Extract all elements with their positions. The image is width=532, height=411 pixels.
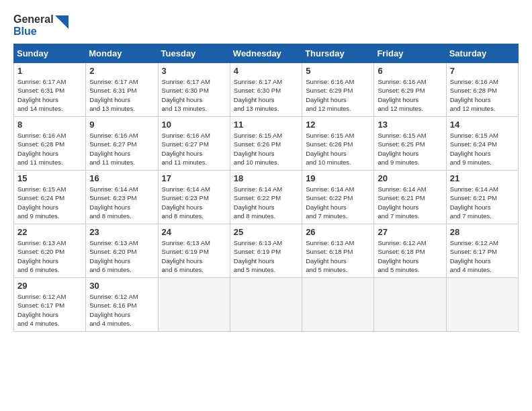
calendar-day-cell: 20 Sunrise: 6:14 AM Sunset: 6:21 PM Dayl… — [374, 171, 446, 224]
calendar-table: SundayMondayTuesdayWednesdayThursdayFrid… — [13, 44, 519, 332]
day-number: 17 — [162, 173, 226, 183]
day-number: 20 — [378, 173, 442, 183]
day-number: 11 — [234, 120, 298, 130]
day-info: Sunrise: 6:14 AM Sunset: 6:22 PM Dayligh… — [234, 185, 298, 220]
calendar-day-cell: 3 Sunrise: 6:17 AM Sunset: 6:30 PM Dayli… — [158, 63, 230, 117]
day-number: 1 — [17, 66, 82, 76]
day-number: 30 — [89, 281, 154, 291]
day-number: 18 — [234, 173, 298, 183]
day-info: Sunrise: 6:12 AM Sunset: 6:17 PM Dayligh… — [17, 292, 82, 328]
calendar-day-cell: 28 Sunrise: 6:12 AM Sunset: 6:17 PM Dayl… — [446, 224, 518, 278]
day-info: Sunrise: 6:16 AM Sunset: 6:28 PM Dayligh… — [450, 77, 515, 113]
day-info: Sunrise: 6:14 AM Sunset: 6:21 PM Dayligh… — [450, 185, 515, 220]
calendar-day-cell: 25 Sunrise: 6:13 AM Sunset: 6:19 PM Dayl… — [230, 224, 302, 278]
calendar-day-cell: 1 Sunrise: 6:17 AM Sunset: 6:31 PM Dayli… — [14, 63, 86, 117]
calendar-day-cell: 21 Sunrise: 6:14 AM Sunset: 6:21 PM Dayl… — [446, 171, 518, 224]
day-info: Sunrise: 6:13 AM Sunset: 6:19 PM Dayligh… — [234, 238, 298, 274]
day-info: Sunrise: 6:14 AM Sunset: 6:23 PM Dayligh… — [89, 185, 154, 220]
calendar-day-cell: 29 Sunrise: 6:12 AM Sunset: 6:17 PM Dayl… — [14, 278, 86, 332]
calendar-day-cell: 18 Sunrise: 6:14 AM Sunset: 6:22 PM Dayl… — [230, 171, 302, 224]
day-info: Sunrise: 6:17 AM Sunset: 6:31 PM Dayligh… — [17, 77, 82, 113]
day-info: Sunrise: 6:14 AM Sunset: 6:22 PM Dayligh… — [306, 185, 370, 220]
day-number: 16 — [89, 173, 154, 183]
day-info: Sunrise: 6:17 AM Sunset: 6:30 PM Dayligh… — [162, 77, 226, 113]
day-number: 9 — [89, 120, 154, 130]
day-info: Sunrise: 6:13 AM Sunset: 6:19 PM Dayligh… — [162, 238, 226, 274]
calendar-day-cell: 17 Sunrise: 6:14 AM Sunset: 6:23 PM Dayl… — [158, 171, 230, 224]
day-info: Sunrise: 6:12 AM Sunset: 6:16 PM Dayligh… — [89, 292, 154, 328]
calendar-day-cell: 5 Sunrise: 6:16 AM Sunset: 6:29 PM Dayli… — [302, 63, 374, 117]
day-info: Sunrise: 6:15 AM Sunset: 6:24 PM Dayligh… — [17, 185, 82, 220]
day-info: Sunrise: 6:15 AM Sunset: 6:26 PM Dayligh… — [234, 131, 298, 167]
calendar-day-cell: 10 Sunrise: 6:16 AM Sunset: 6:27 PM Dayl… — [158, 117, 230, 171]
day-info: Sunrise: 6:13 AM Sunset: 6:20 PM Dayligh… — [89, 238, 154, 274]
calendar-day-cell: 22 Sunrise: 6:13 AM Sunset: 6:20 PM Dayl… — [14, 224, 86, 278]
day-number: 8 — [17, 120, 82, 130]
calendar-day-cell: 14 Sunrise: 6:15 AM Sunset: 6:24 PM Dayl… — [446, 117, 518, 171]
calendar-week-row: 1 Sunrise: 6:17 AM Sunset: 6:31 PM Dayli… — [14, 63, 519, 117]
day-info: Sunrise: 6:17 AM Sunset: 6:30 PM Dayligh… — [234, 77, 298, 113]
calendar-day-cell: 9 Sunrise: 6:16 AM Sunset: 6:27 PM Dayli… — [86, 117, 158, 171]
day-info: Sunrise: 6:14 AM Sunset: 6:23 PM Dayligh… — [162, 185, 226, 220]
calendar-week-row: 22 Sunrise: 6:13 AM Sunset: 6:20 PM Dayl… — [14, 224, 519, 278]
day-number: 4 — [234, 66, 298, 76]
day-info: Sunrise: 6:16 AM Sunset: 6:27 PM Dayligh… — [89, 131, 154, 167]
calendar-day-cell — [158, 278, 230, 332]
day-info: Sunrise: 6:13 AM Sunset: 6:18 PM Dayligh… — [306, 238, 370, 274]
calendar-week-row: 8 Sunrise: 6:16 AM Sunset: 6:28 PM Dayli… — [14, 117, 519, 171]
day-number: 14 — [450, 120, 515, 130]
day-info: Sunrise: 6:12 AM Sunset: 6:17 PM Dayligh… — [450, 238, 515, 274]
day-number: 22 — [17, 227, 82, 237]
day-info: Sunrise: 6:16 AM Sunset: 6:29 PM Dayligh… — [378, 77, 442, 113]
calendar-day-cell: 8 Sunrise: 6:16 AM Sunset: 6:28 PM Dayli… — [14, 117, 86, 171]
day-number: 28 — [450, 227, 515, 237]
calendar-day-cell — [302, 278, 374, 332]
day-number: 13 — [378, 120, 442, 130]
day-info: Sunrise: 6:12 AM Sunset: 6:18 PM Dayligh… — [378, 238, 442, 274]
weekday-header: Monday — [86, 44, 158, 63]
day-info: Sunrise: 6:15 AM Sunset: 6:24 PM Dayligh… — [450, 131, 515, 167]
calendar-day-cell: 16 Sunrise: 6:14 AM Sunset: 6:23 PM Dayl… — [86, 171, 158, 224]
day-number: 5 — [306, 66, 370, 76]
day-number: 29 — [17, 281, 82, 291]
weekday-header: Thursday — [302, 44, 374, 63]
calendar-day-cell: 6 Sunrise: 6:16 AM Sunset: 6:29 PM Dayli… — [374, 63, 446, 117]
day-number: 19 — [306, 173, 370, 183]
day-number: 7 — [450, 66, 515, 76]
weekday-header: Sunday — [14, 44, 86, 63]
calendar-day-cell: 15 Sunrise: 6:15 AM Sunset: 6:24 PM Dayl… — [14, 171, 86, 224]
day-number: 6 — [378, 66, 442, 76]
logo-container: General Blue — [13, 13, 69, 37]
day-number: 27 — [378, 227, 442, 237]
calendar-day-cell — [446, 278, 518, 332]
day-info: Sunrise: 6:16 AM Sunset: 6:27 PM Dayligh… — [162, 131, 226, 167]
calendar-day-cell: 23 Sunrise: 6:13 AM Sunset: 6:20 PM Dayl… — [86, 224, 158, 278]
day-number: 25 — [234, 227, 298, 237]
day-number: 10 — [162, 120, 226, 130]
day-number: 23 — [89, 227, 154, 237]
calendar-week-row: 29 Sunrise: 6:12 AM Sunset: 6:17 PM Dayl… — [14, 278, 519, 332]
day-number: 12 — [306, 120, 370, 130]
calendar-day-cell: 4 Sunrise: 6:17 AM Sunset: 6:30 PM Dayli… — [230, 63, 302, 117]
svg-marker-0 — [55, 15, 69, 29]
calendar-day-cell: 24 Sunrise: 6:13 AM Sunset: 6:19 PM Dayl… — [158, 224, 230, 278]
calendar-week-row: 15 Sunrise: 6:15 AM Sunset: 6:24 PM Dayl… — [14, 171, 519, 224]
calendar-day-cell: 19 Sunrise: 6:14 AM Sunset: 6:22 PM Dayl… — [302, 171, 374, 224]
day-info: Sunrise: 6:16 AM Sunset: 6:29 PM Dayligh… — [306, 77, 370, 113]
day-info: Sunrise: 6:16 AM Sunset: 6:28 PM Dayligh… — [17, 131, 82, 167]
logo-arrow-icon — [55, 15, 69, 36]
day-number: 3 — [162, 66, 226, 76]
day-info: Sunrise: 6:15 AM Sunset: 6:25 PM Dayligh… — [378, 131, 442, 167]
calendar-header-row: SundayMondayTuesdayWednesdayThursdayFrid… — [14, 44, 519, 63]
day-info: Sunrise: 6:14 AM Sunset: 6:21 PM Dayligh… — [378, 185, 442, 220]
weekday-header: Saturday — [446, 44, 518, 63]
calendar-day-cell — [374, 278, 446, 332]
weekday-header: Wednesday — [230, 44, 302, 63]
calendar-day-cell: 2 Sunrise: 6:17 AM Sunset: 6:31 PM Dayli… — [86, 63, 158, 117]
calendar-day-cell: 26 Sunrise: 6:13 AM Sunset: 6:18 PM Dayl… — [302, 224, 374, 278]
calendar-day-cell: 30 Sunrise: 6:12 AM Sunset: 6:16 PM Dayl… — [86, 278, 158, 332]
calendar-body: 1 Sunrise: 6:17 AM Sunset: 6:31 PM Dayli… — [14, 63, 519, 332]
day-number: 15 — [17, 173, 82, 183]
day-number: 24 — [162, 227, 226, 237]
day-info: Sunrise: 6:15 AM Sunset: 6:26 PM Dayligh… — [306, 131, 370, 167]
